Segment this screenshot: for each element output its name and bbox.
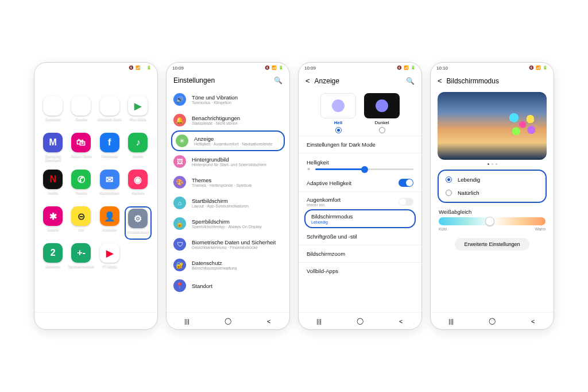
folder-icon — [43, 96, 63, 116]
row-sub: Layout · App-Symbolindikatoren — [192, 204, 249, 208]
settings-row-standort[interactable]: 📍Standort — [167, 275, 289, 296]
app-label: Netflix — [48, 191, 58, 195]
app-yt-music[interactable]: ▶YT Music — [96, 243, 122, 276]
brightness-slider[interactable]: ☀ — [299, 167, 421, 175]
app-facebook[interactable]: fFacebook — [96, 133, 122, 166]
app-label: Galerie — [47, 228, 59, 232]
row-label: Benachrichtigungen — [192, 115, 240, 121]
mode-vivid-row[interactable]: Lebendig — [439, 173, 546, 186]
radio-vivid[interactable] — [446, 176, 452, 183]
back-icon[interactable]: < — [305, 76, 310, 85]
dot — [98, 308, 100, 310]
zoom-row[interactable]: Bildschirmzoom — [299, 247, 421, 261]
row-icon: 📍 — [173, 279, 186, 292]
mute-icon: 🔇 — [265, 66, 270, 70]
app-kamera[interactable]: ◉Kamera — [125, 170, 152, 203]
app-telefon[interactable]: ✆Telefon — [68, 170, 94, 203]
app-spotify[interactable]: ♪Spotify — [125, 133, 152, 166]
theme-dark-option[interactable]: Dunkel — [364, 93, 400, 133]
back-icon[interactable]: < — [438, 76, 442, 85]
phone-screen-mode: 10:10 🔇 📶 🔋 < Bildschirmmodus Lebendig N… — [430, 62, 554, 330]
taschenrechner-icon: +- — [71, 243, 91, 263]
settings-row-themes[interactable]: 🎨ThemesThemes · Hintergründe · Symbole — [167, 172, 289, 193]
home-button[interactable]: ◯ — [84, 317, 107, 325]
app-taschenrechner[interactable]: +-Taschenrechner — [68, 243, 94, 276]
row-label: Hintergrundbild — [192, 156, 266, 163]
status-icons: 🔇 📶 ▮ 🔋 — [129, 66, 152, 70]
eye-comfort-toggle[interactable] — [399, 198, 413, 206]
settings-row-hintergrundbild[interactable]: 🖼HintergrundbildHintergrund für Start- u… — [167, 151, 289, 172]
recents-button[interactable]: ||| — [176, 318, 199, 325]
row-label: Biometrische Daten und Sicherheit — [192, 239, 276, 245]
back-button[interactable]: < — [125, 318, 148, 325]
row-icon: 🎨 — [173, 176, 186, 189]
galaxy-store-icon: 🛍 — [71, 133, 91, 152]
nav-bar: ||| ◯ < — [167, 312, 289, 329]
row-label: Datenschutz — [192, 260, 237, 266]
adaptive-brightness-row[interactable]: Adaptive Helligkeit — [299, 175, 421, 190]
play-store-icon: ▶ — [128, 96, 148, 116]
settings-row-startbildschirm[interactable]: ⌂StartbildschirmLayout · App-Symbolindik… — [167, 193, 289, 213]
preview-image[interactable] — [438, 92, 547, 160]
slider-thumb[interactable] — [485, 217, 494, 226]
recents-button[interactable]: ||| — [308, 318, 331, 325]
phone-home: 14:46 🔇 📶 ▮ 🔋 Suchen ⋮ SamsungGoogleMicr… — [34, 62, 158, 330]
app-google[interactable]: Google — [68, 96, 94, 129]
app-galaxy-store[interactable]: 🛍Galaxy Store — [68, 133, 94, 166]
radio-natural[interactable] — [446, 190, 452, 196]
app-samsung[interactable]: Samsung — [40, 96, 65, 129]
dark-mode-settings-row[interactable]: Einstellungen für Dark Mode — [299, 137, 421, 152]
font-row[interactable]: Schriftgröße und -stil — [299, 229, 421, 244]
recents-button[interactable]: ||| — [440, 318, 463, 325]
settings-row-benachrichtigungen[interactable]: 🔔BenachrichtigungenStatusleiste · Nicht … — [167, 110, 289, 130]
white-balance-slider[interactable] — [439, 217, 546, 225]
row-label: Themes — [192, 177, 252, 183]
page-indicator — [34, 305, 157, 312]
row-icon: 🔒 — [173, 217, 186, 230]
fullscreen-row[interactable]: Vollbild-Apps — [299, 264, 421, 274]
radio-dark[interactable] — [379, 127, 385, 133]
nav-bar: ||| ◯ < — [431, 312, 554, 329]
theme-light-option[interactable]: Hell — [320, 93, 356, 133]
search-icon[interactable]: 🔍 — [406, 77, 415, 85]
more-icon[interactable]: ⋮ — [141, 80, 146, 86]
advanced-settings-button[interactable]: Erweiterte Einstellungen — [455, 238, 529, 251]
home-button[interactable]: ◯ — [481, 317, 504, 325]
back-button[interactable]: < — [257, 318, 280, 325]
settings-row-sperrbildschirm[interactable]: 🔒SperrbildschirmSperrbildschirmtyp · Alw… — [167, 213, 289, 234]
recents-button[interactable]: ||| — [44, 318, 67, 325]
mode-natural-row[interactable]: Natürlich — [439, 186, 546, 199]
app-galerie[interactable]: ✱Galerie — [40, 206, 65, 240]
battery-icon: 🔋 — [146, 66, 152, 70]
screen-mode-row[interactable]: Bildschirmmodus Lebendig — [304, 209, 416, 228]
app-play-store[interactable]: ▶Play Store — [125, 96, 152, 129]
search-placeholder: Suchen — [46, 80, 64, 86]
home-button[interactable]: ◯ — [349, 317, 372, 325]
search-icon[interactable]: 🔍 — [274, 76, 283, 84]
app-kalender[interactable]: 2Kalender — [40, 243, 65, 276]
kalender-icon: 2 — [43, 243, 63, 263]
theme-light-thumb — [320, 93, 356, 118]
app-einstellungen[interactable]: ⚙Einstellungen — [125, 206, 152, 240]
settings-row-t-ne-und-vibration[interactable]: 🔊Töne und VibrationTonmodus · Klingelton — [167, 89, 289, 110]
app-label: Facebook — [101, 154, 118, 158]
eye-comfort-row[interactable]: Augenkomfort Immer ein — [299, 193, 421, 208]
app-kontakte[interactable]: 👤Kontakte — [96, 206, 122, 240]
radio-light[interactable] — [335, 127, 342, 133]
app-samsung-members[interactable]: MSamsung Members — [40, 133, 65, 166]
home-button[interactable]: ◯ — [216, 317, 239, 325]
page-title: Bildschirmmodus — [447, 77, 499, 85]
app-nachrichten[interactable]: ✉Nachrichten — [96, 170, 122, 203]
settings-row-datenschutz[interactable]: 🔐DatenschutzBerechtigungsverwaltung — [167, 255, 289, 275]
settings-row-biometrische-daten-und-sicherheit[interactable]: 🛡Biometrische Daten und SicherheitGesich… — [167, 234, 289, 255]
back-button[interactable]: < — [521, 318, 544, 325]
row-label: Startbildschirm — [192, 198, 249, 204]
app-grid: SamsungGoogleMicrosoft Apps▶Play StoreMS… — [34, 96, 157, 305]
app-netflix[interactable]: NNetflix — [40, 170, 65, 203]
settings-row-anzeige[interactable]: ☀AnzeigeHelligkeit · Augenkomfort · Navi… — [171, 130, 285, 151]
app-microsoft-apps[interactable]: Microsoft Apps — [96, 96, 122, 129]
search-bar[interactable]: Suchen ⋮ — [40, 76, 152, 90]
back-button[interactable]: < — [389, 318, 412, 325]
adaptive-toggle[interactable] — [399, 179, 413, 187]
app-uhr[interactable]: ⊝Uhr — [68, 206, 94, 240]
